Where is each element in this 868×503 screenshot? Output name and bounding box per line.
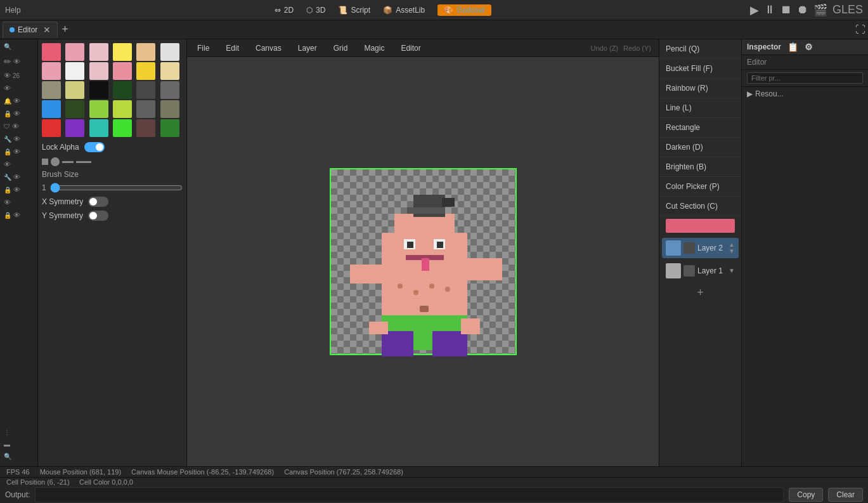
color-swatch[interactable]: [113, 100, 132, 118]
layer-1-down-arrow[interactable]: ▼: [729, 268, 735, 274]
nav-godoxel[interactable]: 🎨 Godoxel: [437, 4, 491, 16]
resources-section[interactable]: ▶ Resou...: [742, 87, 868, 101]
nav-script[interactable]: 📜 Script: [338, 4, 370, 16]
tool-rainbow[interactable]: Rainbow (R): [659, 79, 741, 98]
tab-close-button[interactable]: ✕: [43, 25, 51, 35]
color-swatch[interactable]: [136, 100, 155, 118]
pixel-canvas[interactable]: [330, 168, 517, 355]
brush-size-4[interactable]: [76, 161, 91, 163]
inspector-tab-editor[interactable]: Editor: [747, 58, 767, 67]
scene-search[interactable]: 🔍: [1, 42, 36, 51]
color-swatch[interactable]: [113, 62, 132, 80]
scene-item-7[interactable]: 🔧 👁: [1, 134, 36, 144]
menu-editor[interactable]: Editor: [393, 42, 428, 54]
scene-search-bottom[interactable]: 🔍: [1, 452, 36, 461]
color-swatch[interactable]: [89, 43, 108, 61]
nav-2d[interactable]: ⇔ 2D: [275, 4, 294, 16]
brush-size-3[interactable]: [62, 161, 74, 163]
color-swatch[interactable]: [89, 100, 108, 118]
color-swatch[interactable]: [136, 43, 155, 61]
scene-item-3[interactable]: 👁: [1, 83, 36, 93]
scene-item-13[interactable]: 🔒 👁: [1, 210, 36, 220]
color-swatch[interactable]: [136, 62, 155, 80]
scene-item-11[interactable]: 🔒 👁: [1, 185, 36, 195]
color-swatch[interactable]: [42, 81, 61, 99]
menu-file[interactable]: File: [190, 42, 217, 54]
help-label[interactable]: Help: [5, 6, 21, 15]
scene-item-5[interactable]: 🔒 👁: [1, 108, 36, 119]
tool-rectangle[interactable]: Rectangle: [659, 118, 741, 138]
color-swatch[interactable]: [65, 62, 84, 80]
tool-pencil[interactable]: Pencil (Q): [659, 39, 741, 59]
layers-add-button[interactable]: +: [662, 284, 739, 302]
nav-3d[interactable]: ⬡ 3D: [306, 4, 325, 16]
color-swatch[interactable]: [136, 81, 155, 99]
scene-item-8[interactable]: 🔒 👁: [1, 147, 36, 157]
color-swatch[interactable]: [160, 119, 179, 137]
color-swatch[interactable]: [65, 43, 84, 61]
color-swatch[interactable]: [65, 81, 84, 99]
copy-button[interactable]: Copy: [789, 488, 823, 502]
scene-item-2[interactable]: 👁 26: [1, 70, 36, 81]
color-swatch[interactable]: [42, 62, 61, 80]
play-button[interactable]: ▶: [750, 3, 759, 17]
color-swatch[interactable]: [113, 119, 132, 137]
color-swatch[interactable]: [160, 62, 179, 80]
menu-canvas[interactable]: Canvas: [248, 42, 289, 54]
tab-editor[interactable]: Editor ✕: [3, 22, 58, 38]
layer-item-1[interactable]: Layer 1 ▼: [662, 261, 739, 281]
clear-button[interactable]: Clear: [828, 488, 863, 502]
color-swatch[interactable]: [160, 81, 179, 99]
scene-panel[interactable]: ▬: [1, 440, 36, 449]
menu-grid[interactable]: Grid: [326, 42, 356, 54]
tool-bucket[interactable]: Bucket Fill (F): [659, 59, 741, 79]
redo-label[interactable]: Redo (Y): [623, 44, 651, 52]
brush-size-1[interactable]: [42, 159, 48, 165]
scene-item-12[interactable]: 👁: [1, 197, 36, 207]
scene-item-6[interactable]: 🛡 👁: [1, 121, 36, 131]
lock-alpha-toggle[interactable]: [84, 142, 105, 152]
color-swatch[interactable]: [42, 43, 61, 61]
color-swatch[interactable]: [65, 100, 84, 118]
scene-dots[interactable]: ⋮: [1, 428, 36, 437]
scene-item-4[interactable]: 🔔 👁: [1, 96, 36, 106]
record-button[interactable]: ⏺: [797, 3, 808, 16]
color-swatch[interactable]: [160, 100, 179, 118]
tool-cutsection[interactable]: Cut Section (C): [659, 197, 741, 216]
color-swatch[interactable]: [42, 119, 61, 137]
color-swatch[interactable]: [113, 81, 132, 99]
tab-add-button[interactable]: +: [62, 23, 68, 36]
menu-edit[interactable]: Edit: [218, 42, 247, 54]
brush-size-slider[interactable]: [50, 183, 183, 193]
scene-item-1[interactable]: ✏ 👁: [1, 55, 36, 68]
nav-assetlib[interactable]: 📦 AssetLib: [383, 4, 425, 16]
menu-layer[interactable]: Layer: [290, 42, 325, 54]
menu-magic[interactable]: Magic: [356, 42, 392, 54]
color-swatch[interactable]: [65, 119, 84, 137]
movie-button[interactable]: 🎬: [813, 3, 827, 17]
y-symmetry-toggle[interactable]: [88, 211, 108, 221]
color-swatch[interactable]: [89, 81, 108, 99]
color-swatch[interactable]: [89, 62, 108, 80]
color-swatch[interactable]: [42, 100, 61, 118]
color-swatch[interactable]: [136, 119, 155, 137]
stop-button[interactable]: ⏹: [781, 3, 792, 16]
pause-button[interactable]: ⏸: [764, 3, 775, 16]
undo-label[interactable]: Undo (Z): [591, 44, 618, 52]
tool-line[interactable]: Line (L): [659, 98, 741, 118]
scene-item-9[interactable]: 👁: [1, 159, 36, 169]
layer-item-2[interactable]: Layer 2 ▲ ▼: [662, 238, 739, 258]
x-symmetry-toggle[interactable]: [88, 197, 108, 207]
brush-size-2[interactable]: [51, 157, 60, 166]
color-swatch[interactable]: [160, 43, 179, 61]
tool-brighten[interactable]: Brighten (B): [659, 157, 741, 177]
color-swatch[interactable]: [113, 43, 132, 61]
color-swatch[interactable]: [89, 119, 108, 137]
inspector-filter-input[interactable]: [747, 72, 863, 84]
tool-darken[interactable]: Darken (D): [659, 138, 741, 157]
canvas-area[interactable]: [187, 57, 659, 466]
layer-down-arrow[interactable]: ▼: [729, 248, 735, 254]
tab-expand-button[interactable]: ⛶: [855, 24, 865, 36]
scene-item-10[interactable]: 🔧 👁: [1, 172, 36, 182]
tool-colorpicker[interactable]: Color Picker (P): [659, 177, 741, 197]
